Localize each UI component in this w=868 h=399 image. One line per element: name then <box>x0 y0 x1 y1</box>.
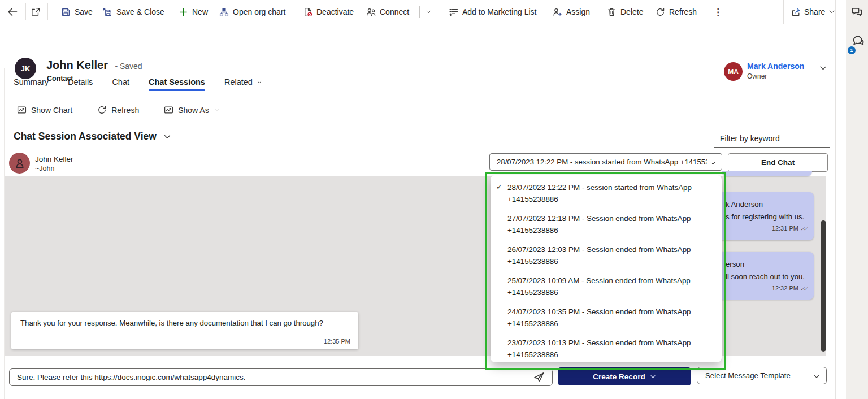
command-new[interactable]: New <box>179 0 208 24</box>
outgoing-message-partial <box>722 171 812 176</box>
chevron-down-icon <box>425 8 432 15</box>
back-arrow-icon <box>7 6 18 18</box>
org-chart-icon <box>219 7 229 17</box>
chevron-down-icon <box>214 107 220 114</box>
command-label: Deactivate <box>316 7 354 16</box>
template-selector[interactable]: Select Message Template <box>697 367 827 384</box>
message-input[interactable] <box>9 368 553 386</box>
chevron-down-icon <box>709 159 717 167</box>
session-option[interactable]: ✓ 28/07/2023 12:22 PM - session started … <box>491 177 722 209</box>
show-chart-button[interactable]: Show Chart <box>17 105 72 115</box>
divider <box>47 3 48 20</box>
command-add-marketing-list[interactable]: Add to Marketing List <box>449 0 537 24</box>
check-icon: ✓ <box>496 183 502 191</box>
ellipsis-icon: ⋮ <box>713 6 723 18</box>
chevron-down-icon <box>813 372 821 380</box>
view-toolbar: Show Chart Refresh Show As <box>17 105 220 115</box>
command-label: Refresh <box>669 7 697 16</box>
popout-button[interactable] <box>31 0 41 24</box>
command-overflow[interactable]: ⋮ <box>713 0 723 24</box>
chart-icon <box>164 105 173 115</box>
command-label: Save <box>75 7 93 16</box>
back-button[interactable] <box>7 0 18 24</box>
command-deactivate[interactable]: Deactivate <box>303 0 354 24</box>
chat-contact-alias: ~John <box>35 164 54 172</box>
outgoing-message-bubble: k Anderson s for registering with us. 12… <box>719 192 814 240</box>
chevron-down-icon[interactable] <box>163 133 171 141</box>
chevron-down-icon <box>650 374 656 380</box>
outgoing-message-bubble: erson ll soon reach out to you. 12:32 PM… <box>719 252 814 300</box>
session-selector[interactable]: 28/07/2023 12:22 PM - session started fr… <box>489 153 722 171</box>
message-time: 12:32 PM <box>772 285 798 292</box>
message-time: 12:35 PM <box>324 338 350 345</box>
session-option[interactable]: ✓ 27/07/2023 12:18 PM - Session ended fr… <box>491 209 722 240</box>
session-option[interactable]: ✓ 25/07/2023 10:09 AM - Session ended fr… <box>491 271 722 302</box>
session-selector-value: 28/07/2023 12:22 PM - session started fr… <box>497 158 707 166</box>
tab-related[interactable]: Related <box>224 68 263 96</box>
command-save-close[interactable]: Save & Close <box>103 0 164 24</box>
view-title[interactable]: Chat Session Associated View <box>14 131 157 142</box>
tab-chat[interactable]: Chat <box>112 68 129 96</box>
command-delete[interactable]: Delete <box>607 0 643 24</box>
refresh-icon <box>656 7 665 17</box>
share-label: Share <box>804 7 825 16</box>
incoming-message-bubble: Thank you for your response. Meanwhile, … <box>11 312 358 349</box>
message-text: ll soon reach out to you. <box>726 271 807 283</box>
refresh-icon <box>97 105 107 115</box>
send-icon[interactable] <box>533 371 545 383</box>
command-connect-split-chevron[interactable] <box>425 0 432 24</box>
message-time: 12:31 PM <box>772 225 798 232</box>
read-receipt-icon: ✓✓ <box>800 226 808 232</box>
command-label: Open org chart <box>233 7 285 16</box>
chat-contact-avatar <box>9 153 30 174</box>
open-in-new-window-icon <box>31 7 41 17</box>
command-bar: Save Save & Close New Open org chart Dea… <box>0 0 835 25</box>
command-share[interactable]: Share <box>783 0 835 24</box>
message-sender: erson <box>726 258 807 271</box>
record-header: JK John Keller - Saved Contact MA Mark A… <box>0 24 835 68</box>
assign-icon <box>553 7 562 17</box>
session-option[interactable]: ✓ 23/07/2023 10:13 PM - Session ended fr… <box>491 333 722 362</box>
divider <box>419 6 420 18</box>
person-icon <box>14 157 26 170</box>
chevron-down-icon <box>828 8 835 15</box>
show-as-button[interactable]: Show As <box>164 105 220 115</box>
command-open-org-chart[interactable]: Open org chart <box>219 0 285 24</box>
command-label: New <box>192 7 208 16</box>
save-icon <box>61 7 71 17</box>
session-option[interactable]: ✓ 26/07/2023 12:03 PM - Session ended fr… <box>491 240 722 271</box>
filter-input[interactable] <box>714 129 830 148</box>
command-label: Save & Close <box>116 7 164 16</box>
save-close-icon <box>103 7 112 17</box>
app-window: Save Save & Close New Open org chart Dea… <box>0 0 868 399</box>
command-label: Assign <box>566 7 590 16</box>
refresh-view-button[interactable]: Refresh <box>97 105 139 115</box>
feedback-icon[interactable] <box>850 6 863 18</box>
divider <box>25 3 26 20</box>
command-refresh[interactable]: Refresh <box>656 0 697 24</box>
command-connect[interactable]: Connect <box>366 0 409 24</box>
tab-chat-sessions[interactable]: Chat Sessions <box>149 68 205 96</box>
chevron-down-icon <box>256 79 263 85</box>
notification-badge: 1 <box>848 46 856 54</box>
chat-contact-name: John Keller <box>35 155 73 163</box>
command-label: Add to Marketing List <box>462 7 537 16</box>
read-receipt-icon: ✓✓ <box>800 286 808 292</box>
session-option[interactable]: ✓ 24/07/2023 10:35 PM - Session ended fr… <box>491 302 722 333</box>
session-dropdown-list: ✓ 28/07/2023 12:22 PM - session started … <box>491 175 722 362</box>
create-record-button[interactable]: Create Record <box>558 367 691 385</box>
command-assign[interactable]: Assign <box>553 0 590 24</box>
chat-scrollbar[interactable] <box>821 220 826 352</box>
tab-details[interactable]: Details <box>68 68 93 96</box>
divider <box>835 0 836 399</box>
end-chat-button[interactable]: End Chat <box>728 153 828 172</box>
share-icon <box>791 7 801 17</box>
plus-icon <box>179 7 188 17</box>
tab-summary[interactable]: Summary <box>14 68 49 96</box>
trash-icon <box>607 7 617 17</box>
chart-icon <box>17 105 27 115</box>
command-label: Delete <box>620 7 643 16</box>
command-label: Connect <box>380 7 409 16</box>
command-save[interactable]: Save <box>61 0 93 24</box>
deactivate-icon <box>303 7 313 17</box>
